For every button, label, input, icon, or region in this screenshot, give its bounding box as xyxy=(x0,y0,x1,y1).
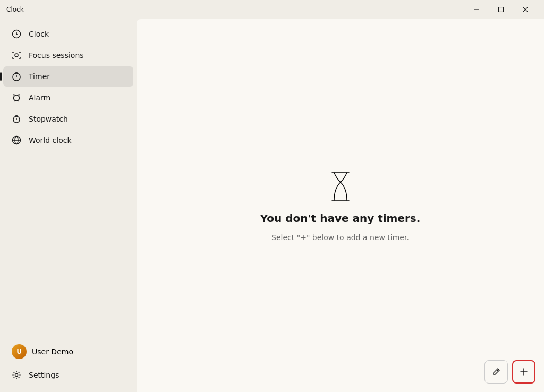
sidebar-item-stopwatch-label: Stopwatch xyxy=(29,115,68,123)
main-content: You don't have any timers. Select "+" be… xyxy=(137,19,544,392)
hourglass-icon xyxy=(324,169,358,203)
avatar: U xyxy=(12,344,27,359)
sidebar-item-alarm-label: Alarm xyxy=(29,93,50,102)
sidebar-item-timer-label: Timer xyxy=(29,72,50,81)
maximize-button[interactable] xyxy=(489,1,513,18)
worldclock-icon xyxy=(12,135,21,145)
stopwatch-icon xyxy=(12,114,21,124)
user-name: User Demo xyxy=(32,347,73,356)
svg-point-16 xyxy=(15,374,18,377)
timer-icon xyxy=(12,72,21,81)
user-profile[interactable]: U User Demo xyxy=(3,339,133,364)
clock-icon xyxy=(12,29,21,39)
minimize-button[interactable] xyxy=(464,1,489,18)
close-button[interactable] xyxy=(513,1,538,18)
svg-rect-1 xyxy=(499,7,504,12)
sidebar-bottom: U User Demo Settings xyxy=(0,338,137,392)
add-timer-button[interactable] xyxy=(512,360,536,384)
sidebar: Clock Focus sessions Timer Alarm xyxy=(0,19,137,392)
bottom-action-bar xyxy=(484,360,536,384)
sidebar-item-focus-label: Focus sessions xyxy=(29,51,84,59)
window-controls xyxy=(464,1,538,18)
empty-title: You don't have any timers. xyxy=(260,212,421,225)
sidebar-item-worldclock-label: World clock xyxy=(29,136,72,144)
sidebar-item-alarm[interactable]: Alarm xyxy=(3,88,133,108)
settings-label: Settings xyxy=(29,371,59,379)
svg-line-6 xyxy=(16,34,18,35)
sidebar-item-worldclock[interactable]: World clock xyxy=(3,130,133,150)
sidebar-item-settings[interactable]: Settings xyxy=(3,365,133,385)
empty-subtitle: Select "+" below to add a new timer. xyxy=(271,233,409,242)
sidebar-item-clock[interactable]: Clock xyxy=(3,24,133,44)
sidebar-item-focus[interactable]: Focus sessions xyxy=(3,45,133,65)
edit-button[interactable] xyxy=(484,360,508,384)
title-bar: Clock xyxy=(0,0,544,19)
svg-point-7 xyxy=(15,54,18,57)
gear-icon xyxy=(12,370,21,380)
sidebar-item-timer[interactable]: Timer xyxy=(3,66,133,87)
empty-state: You don't have any timers. Select "+" be… xyxy=(137,19,544,392)
alarm-icon xyxy=(12,93,21,103)
app-container: Clock Focus sessions Timer Alarm xyxy=(0,19,544,392)
svg-line-17 xyxy=(497,370,498,371)
sidebar-item-clock-label: Clock xyxy=(29,30,49,38)
sidebar-item-stopwatch[interactable]: Stopwatch xyxy=(3,109,133,129)
app-title: Clock xyxy=(6,6,24,13)
focus-icon xyxy=(12,50,21,60)
